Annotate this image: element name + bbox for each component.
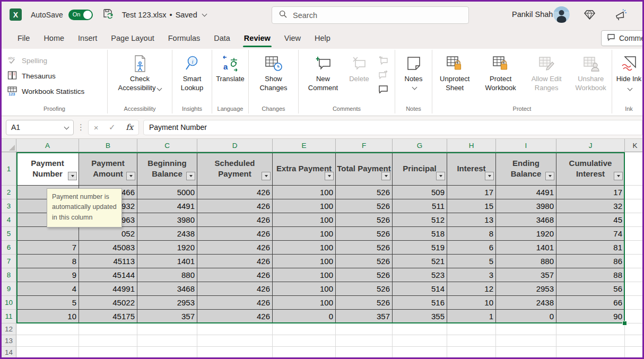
fill-handle[interactable] <box>622 321 627 326</box>
cell-J7[interactable]: 86 <box>556 255 625 268</box>
cell-F6[interactable]: 526 <box>336 241 393 255</box>
check-accessibility-button[interactable]: Check Accessibility <box>111 51 169 93</box>
cell-K8[interactable] <box>625 268 642 282</box>
cell-F1[interactable]: Total Payment <box>336 152 393 186</box>
cell-E12[interactable] <box>273 323 336 335</box>
cell-J8[interactable]: 88 <box>556 268 625 282</box>
search-box[interactable] <box>272 6 469 24</box>
cell-K7[interactable] <box>625 255 642 268</box>
cell-A4[interactable] <box>16 213 79 227</box>
cell-I6[interactable]: 1401 <box>496 241 556 255</box>
next-comment-button[interactable] <box>377 70 389 80</box>
filter-button-D[interactable] <box>262 172 271 180</box>
cell-K6[interactable] <box>625 241 642 255</box>
megaphone-icon[interactable] <box>614 9 627 23</box>
cell-H13[interactable] <box>447 335 496 347</box>
cell-G2[interactable]: 509 <box>393 186 447 199</box>
cell-C14[interactable] <box>137 347 197 357</box>
cell-I10[interactable]: 2438 <box>496 296 556 310</box>
cell-H5[interactable]: 8 <box>447 227 496 241</box>
cell-A6[interactable]: 7 <box>16 241 79 255</box>
cell-H14[interactable] <box>447 347 496 357</box>
cell-I12[interactable] <box>496 323 556 335</box>
cell-F5[interactable]: 526 <box>336 227 393 241</box>
insert-function-icon[interactable]: fx <box>126 122 133 132</box>
filter-button-J[interactable] <box>614 172 623 180</box>
cell-K11[interactable] <box>625 310 642 323</box>
column-header-H[interactable]: H <box>447 139 496 152</box>
column-header-F[interactable]: F <box>336 139 393 152</box>
cell-B3[interactable]: 932 <box>79 199 137 213</box>
cell-G1[interactable]: Principal <box>393 152 447 186</box>
cell-I9[interactable]: 2953 <box>496 282 556 296</box>
cell-C4[interactable]: 3980 <box>137 213 197 227</box>
cell-B6[interactable]: 45083 <box>79 241 137 255</box>
cell-B10[interactable]: 45022 <box>79 296 137 310</box>
cell-D8[interactable]: 426 <box>197 268 273 282</box>
cell-G9[interactable]: 514 <box>393 282 447 296</box>
cell-J10[interactable]: 66 <box>556 296 625 310</box>
formula-input[interactable] <box>143 120 642 135</box>
cell-D4[interactable]: 426 <box>197 213 273 227</box>
cell-G3[interactable]: 511 <box>393 199 447 213</box>
column-header-I[interactable]: I <box>496 139 556 152</box>
cell-A7[interactable]: 8 <box>16 255 79 268</box>
translate-button[interactable]: a Translate <box>213 51 247 84</box>
cell-H8[interactable]: 3 <box>447 268 496 282</box>
filter-button-I[interactable] <box>545 172 554 180</box>
cell-B11[interactable]: 45175 <box>79 310 137 323</box>
row-header-8[interactable]: 8 <box>2 268 16 282</box>
smart-lookup-button[interactable]: i Smart Lookup <box>175 51 210 93</box>
cell-K4[interactable] <box>625 213 642 227</box>
unprotect-sheet-button[interactable]: Unprotect Sheet <box>432 51 477 93</box>
autosave-toggle[interactable]: On <box>68 10 93 20</box>
cell-B12[interactable] <box>79 323 137 335</box>
cell-K10[interactable] <box>625 296 642 310</box>
row-header-4[interactable]: 4 <box>2 213 16 227</box>
cell-I5[interactable]: 1920 <box>496 227 556 241</box>
tab-data[interactable]: Data <box>207 28 237 49</box>
delete-comment-button[interactable]: Delete <box>343 51 375 94</box>
cell-G6[interactable]: 519 <box>393 241 447 255</box>
cell-H7[interactable]: 5 <box>447 255 496 268</box>
cell-D10[interactable]: 426 <box>197 296 273 310</box>
cell-F2[interactable]: 526 <box>336 186 393 199</box>
cell-H6[interactable]: 6 <box>447 241 496 255</box>
diamond-icon[interactable] <box>584 9 596 23</box>
cell-B13[interactable] <box>79 335 137 347</box>
cell-B14[interactable] <box>79 347 137 357</box>
cell-H3[interactable]: 15 <box>447 199 496 213</box>
column-header-E[interactable]: E <box>273 139 336 152</box>
row-header-10[interactable]: 10 <box>2 296 16 310</box>
cell-K12[interactable] <box>625 323 642 335</box>
previous-comment-button[interactable] <box>377 56 389 65</box>
cell-F13[interactable] <box>336 335 393 347</box>
cell-G5[interactable]: 518 <box>393 227 447 241</box>
unshare-workbook-button[interactable]: Unshare Workbook <box>570 51 612 93</box>
cell-B1[interactable]: Payment Amount <box>79 152 137 186</box>
cell-J11[interactable]: 90 <box>556 310 625 323</box>
cell-E2[interactable]: 100 <box>273 186 336 199</box>
cell-G10[interactable]: 516 <box>393 296 447 310</box>
cell-H12[interactable] <box>447 323 496 335</box>
tab-help[interactable]: Help <box>308 28 337 49</box>
cell-I13[interactable] <box>496 335 556 347</box>
row-header-3[interactable]: 3 <box>2 199 16 213</box>
cell-H9[interactable]: 12 <box>447 282 496 296</box>
cell-G7[interactable]: 521 <box>393 255 447 268</box>
spelling-button[interactable]: abc Spelling <box>2 53 107 68</box>
cell-J2[interactable]: 17 <box>556 186 625 199</box>
row-header-2[interactable]: 2 <box>2 186 16 199</box>
hide-ink-button[interactable]: Hide Ink <box>614 51 644 93</box>
cell-C3[interactable]: 4491 <box>137 199 197 213</box>
cell-J6[interactable]: 81 <box>556 241 625 255</box>
cell-C8[interactable]: 880 <box>137 268 197 282</box>
cell-F9[interactable]: 526 <box>336 282 393 296</box>
row-header-11[interactable]: 11 <box>2 310 16 323</box>
notes-button[interactable]: Notes <box>398 51 429 89</box>
cell-B8[interactable]: 45144 <box>79 268 137 282</box>
cell-D2[interactable]: 426 <box>197 186 273 199</box>
cell-C1[interactable]: Beginning Balance <box>137 152 197 186</box>
cell-A11[interactable]: 10 <box>16 310 79 323</box>
cell-J13[interactable] <box>556 335 625 347</box>
